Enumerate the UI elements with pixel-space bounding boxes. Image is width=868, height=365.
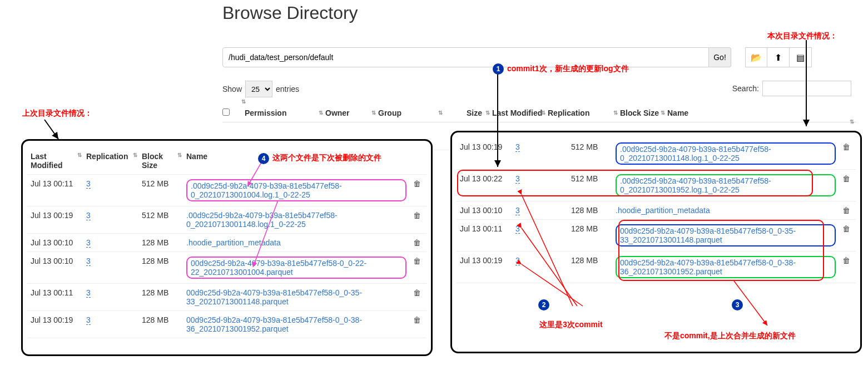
marker-2: 2 [538, 299, 549, 310]
main-table-header: ⇅ Permission⇅ Owner⇅ Group⇅ Size⇅ Last M… [222, 108, 856, 122]
block-size-value: 512 MB [138, 206, 183, 234]
block-size-value: 512 MB [568, 138, 612, 170]
table-row: Jul 13 00:10 3 128 MB .hoodie_partition_… [457, 201, 856, 220]
table-row: Jul 13 00:10 3 128 MB .hoodie_partition_… [27, 234, 426, 252]
file-link[interactable]: .00d9c25d-9b2a-4079-b39a-81e5b477ef58-0_… [186, 211, 338, 229]
file-link[interactable]: .00d9c25d-9b2a-4079-b39a-81e5b477ef58-0_… [191, 181, 342, 199]
col-owner[interactable]: Owner [325, 108, 350, 117]
replication-link[interactable]: 3 [515, 224, 520, 234]
table-row: Jul 13 00:19 3 128 MB 00d9c25d-9b2a-4079… [27, 311, 426, 338]
annotation-1: commit1次，新生成的更新log文件 [507, 64, 629, 74]
last-modified-value: Jul 13 00:10 [27, 252, 83, 284]
select-all-checkbox[interactable] [222, 108, 230, 116]
last-modified-value: Jul 13 00:11 [27, 175, 83, 206]
folder-open-icon[interactable]: 📂 [745, 47, 767, 67]
replication-link[interactable]: 3 [86, 288, 91, 298]
annotation-3: 不是commit,是上次合并生成的新文件 [664, 331, 796, 341]
trash-icon[interactable]: 🗑 [842, 142, 850, 151]
trash-icon[interactable]: 🗑 [413, 257, 421, 265]
file-link[interactable]: 00d9c25d-9b2a-4079-b39a-81e5b477ef58-0_0… [186, 315, 362, 333]
file-link[interactable]: .hoodie_partition_metadata [616, 206, 710, 215]
path-input[interactable] [222, 47, 709, 67]
col-name[interactable]: Name [186, 152, 207, 161]
search-input[interactable] [762, 81, 851, 96]
last-modified-value: Jul 13 00:11 [27, 284, 83, 311]
col-name[interactable]: Name [667, 108, 688, 117]
trash-icon[interactable]: 🗑 [842, 256, 850, 265]
name-cell: .hoodie_partition_metadata [612, 201, 839, 220]
show-label: Show [222, 85, 242, 93]
col-block-size[interactable]: Block Size [142, 152, 163, 170]
table-row: Jul 13 00:11 3 512 MB .00d9c25d-9b2a-407… [27, 175, 426, 206]
name-cell: .00d9c25d-9b2a-4079-b39a-81e5b477ef58-0_… [183, 175, 410, 206]
trash-icon[interactable]: 🗑 [413, 211, 421, 220]
file-link[interactable]: 00d9c25d-9b2a-4079-b39a-81e5b477ef58-0_0… [191, 259, 366, 277]
name-cell: .00d9c25d-9b2a-4079-b39a-81e5b477ef58-0_… [183, 206, 410, 234]
trash-icon[interactable]: 🗑 [842, 224, 850, 233]
col-last-modified[interactable]: Last Modified [492, 108, 542, 117]
replication-link[interactable]: 3 [86, 315, 91, 325]
file-link[interactable]: .00d9c25d-9b2a-4079-b39a-81e5b477ef58-0_… [620, 176, 771, 194]
col-size[interactable]: Size [467, 108, 482, 117]
replication-link[interactable]: 3 [86, 211, 91, 220]
replication-link[interactable]: 3 [515, 206, 520, 215]
name-cell: .00d9c25d-9b2a-4079-b39a-81e5b477ef58-0_… [612, 138, 839, 170]
col-block-size[interactable]: Block Size [620, 108, 659, 117]
name-cell: .hoodie_partition_metadata [183, 234, 410, 252]
name-cell: 00d9c25d-9b2a-4079-b39a-81e5b477ef58-0_0… [183, 311, 410, 338]
table-row: Jul 13 00:19 3 512 MB .00d9c25d-9b2a-407… [457, 138, 856, 170]
last-modified-value: Jul 13 00:19 [457, 138, 512, 170]
table-row: Jul 13 00:19 3 128 MB 00d9c25d-9b2a-4079… [457, 251, 856, 283]
page-title: Browse Directory [222, 3, 358, 23]
upload-icon[interactable]: ⬆ [767, 47, 790, 67]
last-modified-value: Jul 13 00:19 [27, 206, 83, 234]
col-last-modified[interactable]: Last Modified [31, 152, 63, 170]
trash-icon[interactable]: 🗑 [842, 206, 850, 215]
replication-link[interactable]: 3 [86, 238, 91, 248]
file-link[interactable]: 00d9c25d-9b2a-4079-b39a-81e5b477ef58-0_0… [620, 226, 796, 244]
marker-1: 1 [493, 63, 504, 75]
replication-link[interactable]: 3 [86, 179, 91, 189]
file-link[interactable]: 00d9c25d-9b2a-4079-b39a-81e5b477ef58-0_0… [620, 258, 796, 276]
marker-4: 4 [258, 153, 269, 164]
list-icon[interactable]: ▤ [790, 47, 812, 67]
annotation-right-title: 本次目录文件情况： [767, 31, 837, 41]
name-cell: 00d9c25d-9b2a-4079-b39a-81e5b477ef58-0_0… [183, 284, 410, 311]
replication-link[interactable]: 3 [86, 257, 91, 266]
trash-icon[interactable]: 🗑 [413, 288, 421, 297]
trash-icon[interactable]: 🗑 [413, 179, 421, 188]
last-modified-value: Jul 13 00:22 [457, 170, 512, 201]
col-permission[interactable]: Permission [245, 108, 286, 117]
col-replication[interactable]: Replication [86, 152, 128, 161]
block-size-value: 128 MB [138, 252, 183, 284]
block-size-value: 128 MB [138, 311, 183, 338]
replication-link[interactable]: 3 [515, 256, 520, 265]
entries-label: entries [276, 85, 299, 93]
go-button[interactable]: Go! [709, 47, 731, 67]
file-link[interactable]: .hoodie_partition_metadata [186, 238, 281, 247]
last-modified-value: Jul 13 00:19 [27, 311, 83, 338]
search-box: Search: [732, 81, 851, 96]
name-cell: 00d9c25d-9b2a-4079-b39a-81e5b477ef58-0_0… [183, 252, 410, 284]
col-replication[interactable]: Replication [548, 108, 589, 117]
block-size-value: 512 MB [568, 170, 612, 201]
table-row: Jul 13 00:22 3 512 MB .00d9c25d-9b2a-407… [457, 170, 856, 201]
show-entries: Show 25 entries [222, 81, 299, 97]
col-group[interactable]: Group [378, 108, 401, 117]
last-modified-value: Jul 13 00:10 [27, 234, 83, 252]
name-cell: .00d9c25d-9b2a-4079-b39a-81e5b477ef58-0_… [612, 170, 839, 201]
left-panel: Last Modified⇅ Replication⇅ Block Size⇅ … [21, 139, 433, 356]
svg-line-0 [44, 120, 58, 139]
name-cell: 00d9c25d-9b2a-4079-b39a-81e5b477ef58-0_0… [612, 220, 839, 251]
file-link[interactable]: .00d9c25d-9b2a-4079-b39a-81e5b477ef58-0_… [620, 145, 771, 162]
trash-icon[interactable]: 🗑 [413, 238, 421, 247]
file-link[interactable]: 00d9c25d-9b2a-4079-b39a-81e5b477ef58-0_0… [186, 288, 362, 306]
replication-link[interactable]: 3 [515, 174, 520, 184]
page-size-select[interactable]: 25 [245, 81, 272, 97]
table-row: Jul 13 00:19 3 512 MB .00d9c25d-9b2a-407… [27, 206, 426, 234]
trash-icon[interactable]: 🗑 [413, 315, 421, 324]
marker-3: 3 [732, 299, 743, 310]
trash-icon[interactable]: 🗑 [842, 174, 850, 183]
annotation-left-title: 上次目录文件情况： [22, 108, 92, 119]
replication-link[interactable]: 3 [515, 142, 520, 152]
